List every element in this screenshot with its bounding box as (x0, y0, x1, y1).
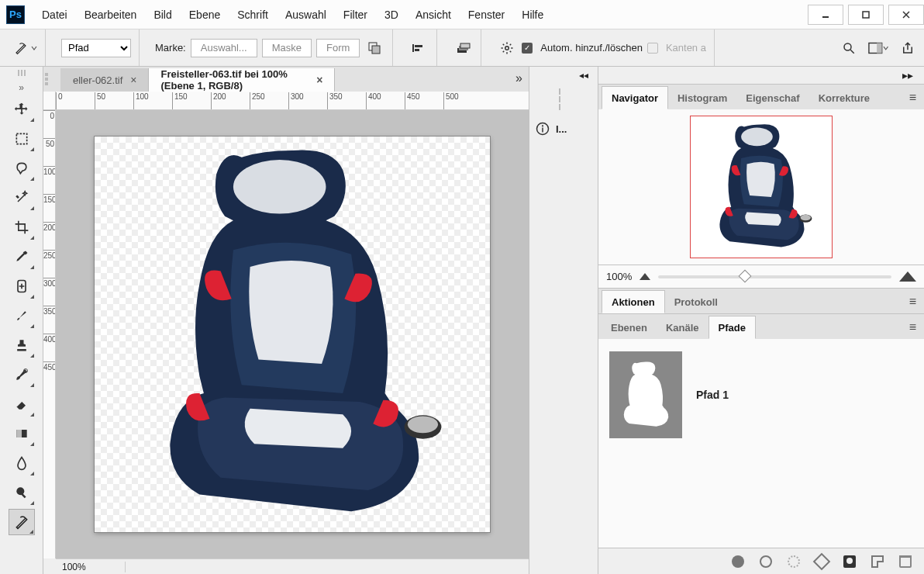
zoom-slider[interactable] (658, 275, 891, 278)
menu-filter[interactable]: Filter (336, 5, 375, 24)
tab-properties[interactable]: Eigenschaf (736, 86, 808, 109)
info-panel-button[interactable]: I... (529, 113, 598, 144)
layers-tabs: Ebenen Kanäle Pfade ≡ (598, 314, 924, 339)
path-item[interactable]: Pfad 1 (606, 347, 916, 443)
svg-rect-24 (21, 493, 26, 498)
tab-adjustments[interactable]: Korrekture (809, 86, 879, 109)
menu-bar: Datei Bearbeiten Bild Ebene Schrift Ausw… (34, 5, 551, 24)
move-tool[interactable] (9, 96, 35, 123)
make-shape-button[interactable]: Form (316, 39, 360, 57)
tab-actions[interactable]: Aktionen (602, 290, 665, 313)
tool-palette: » (0, 67, 43, 574)
menu-file[interactable]: Datei (34, 5, 75, 24)
stamp-tool[interactable] (9, 332, 35, 358)
dodge-tool[interactable] (9, 479, 35, 506)
menu-select[interactable]: Auswahl (278, 5, 334, 24)
tab-history[interactable]: Protokoll (665, 290, 727, 313)
lasso-tool[interactable] (9, 155, 35, 182)
palette-handle[interactable] (8, 70, 36, 79)
blur-tool[interactable] (9, 450, 35, 476)
viewmode-icon[interactable] (868, 39, 888, 57)
tool-mode-select[interactable]: Pfad (61, 39, 131, 57)
tab-close-icon[interactable]: × (130, 74, 136, 86)
search-icon[interactable] (839, 39, 859, 57)
options-bar: Pfad Marke: Auswahl... Maske Form ✓ Auto… (0, 29, 924, 67)
navigator-preview[interactable] (598, 109, 924, 265)
crop-tool[interactable] (9, 214, 35, 240)
menu-image[interactable]: Bild (146, 5, 179, 24)
menu-help[interactable]: Hilfe (514, 5, 551, 24)
svg-rect-27 (542, 128, 543, 133)
document-area: eller-062.tif× Freisteller-063.tif bei 1… (43, 67, 529, 574)
svg-point-13 (505, 46, 509, 50)
tab-channels[interactable]: Kanäle (657, 316, 709, 339)
menu-3d[interactable]: 3D (377, 5, 406, 24)
tab-paths[interactable]: Pfade (709, 316, 756, 339)
tab-overflow-icon[interactable]: » (515, 71, 522, 85)
panel-menu-icon[interactable]: ≡ (909, 295, 916, 309)
zoom-out-icon[interactable] (640, 273, 650, 280)
tab-layers[interactable]: Ebenen (602, 316, 657, 339)
menu-type[interactable]: Schrift (229, 5, 276, 24)
svg-rect-18 (16, 133, 26, 144)
horizontal-ruler[interactable]: 050100150200250300350400450500 (56, 92, 529, 110)
brush-tool[interactable] (9, 303, 35, 329)
new-path-icon[interactable] (871, 555, 884, 568)
aux-handle[interactable] (559, 88, 568, 110)
aux-collapse-icon[interactable]: ◂◂ (529, 67, 598, 84)
eyedropper-tool[interactable] (9, 244, 35, 270)
auto-add-delete-checkbox[interactable]: ✓ (522, 43, 533, 54)
path-name[interactable]: Pfad 1 (696, 389, 729, 401)
path-to-selection-icon[interactable] (788, 555, 800, 568)
path-arrange-icon[interactable] (453, 39, 473, 57)
ruler-origin[interactable] (43, 92, 56, 110)
panel-menu-icon[interactable]: ≡ (909, 320, 916, 334)
tab-navigator[interactable]: Navigator (602, 86, 668, 109)
document-canvas[interactable] (95, 137, 490, 532)
gear-icon[interactable] (497, 39, 517, 57)
document-tab[interactable]: eller-062.tif× (60, 68, 149, 92)
tab-histogram[interactable]: Histogram (668, 86, 736, 109)
vertical-ruler[interactable]: 050100150200250300350400450 (43, 110, 56, 558)
zoom-in-icon[interactable] (899, 271, 916, 282)
magic-wand-tool[interactable] (9, 185, 35, 211)
path-align-icon[interactable] (409, 39, 429, 57)
history-tabs: Aktionen Protokoll ≡ (598, 289, 924, 313)
svg-point-26 (542, 125, 543, 126)
fill-path-icon[interactable] (732, 555, 744, 568)
status-zoom[interactable]: 100% (56, 562, 126, 572)
menu-layer[interactable]: Ebene (181, 5, 228, 24)
menu-view[interactable]: Ansicht (408, 5, 459, 24)
add-mask-icon[interactable] (843, 555, 856, 568)
current-tool-icon[interactable] (14, 41, 37, 55)
document-tab[interactable]: Freisteller-063.tif bei 100% (Ebene 1, R… (149, 68, 335, 92)
edges-checkbox[interactable] (647, 43, 658, 54)
pen-tool[interactable] (9, 509, 35, 535)
gradient-tool[interactable] (9, 420, 35, 447)
healing-tool[interactable] (9, 273, 35, 299)
menu-window[interactable]: Fenster (460, 5, 512, 24)
panel-menu-icon[interactable]: ≡ (909, 91, 916, 105)
window-maximize-button[interactable] (848, 5, 884, 25)
stroke-path-icon[interactable] (760, 555, 772, 568)
make-selection-button[interactable]: Auswahl... (191, 39, 257, 57)
window-minimize-button[interactable] (808, 5, 843, 25)
history-brush-tool[interactable] (9, 361, 35, 388)
share-icon[interactable] (898, 39, 918, 57)
panel-collapse-icon[interactable]: ▸▸ (598, 67, 924, 84)
svg-rect-4 (863, 12, 869, 18)
marquee-tool[interactable] (9, 126, 35, 152)
menu-edit[interactable]: Bearbeiten (77, 5, 145, 24)
path-ops-icon[interactable] (364, 39, 384, 57)
navigator-zoom-value[interactable]: 100% (606, 271, 632, 282)
canvas-scroll-area[interactable] (56, 110, 529, 558)
window-close-button[interactable] (888, 5, 924, 25)
main-area: » eller-062.tif× Freisteller-063.tif bei… (0, 67, 924, 574)
palette-expand-icon[interactable]: » (19, 82, 24, 93)
make-mask-button[interactable]: Maske (262, 39, 312, 57)
delete-path-icon[interactable] (899, 555, 912, 568)
tab-close-icon[interactable]: × (316, 74, 322, 86)
tabbar-handle[interactable] (45, 73, 56, 85)
selection-to-path-icon[interactable] (813, 552, 831, 570)
eraser-tool[interactable] (9, 391, 35, 417)
